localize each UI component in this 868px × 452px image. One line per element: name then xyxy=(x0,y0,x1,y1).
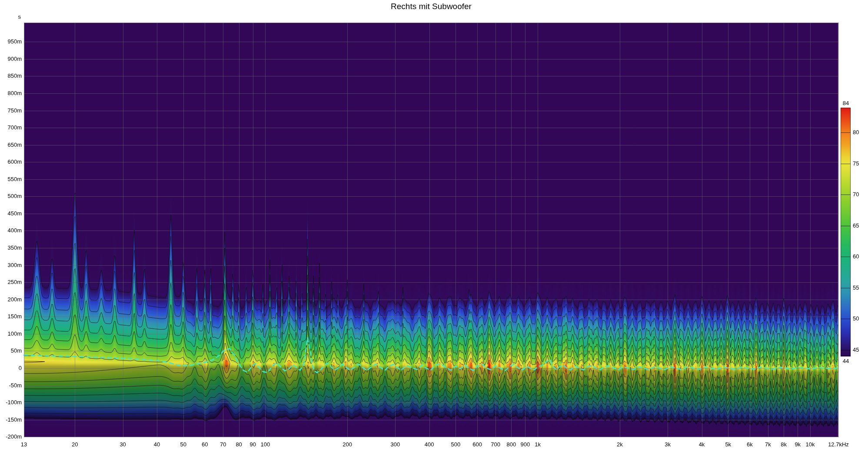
y-tick-label: 500m xyxy=(1,193,22,199)
y-tick-label: -200m xyxy=(1,433,22,440)
colorbar-tick-label: 60 xyxy=(853,253,859,260)
x-tick-label: 13 xyxy=(6,441,42,448)
y-tick-label: 300m xyxy=(1,262,22,268)
y-tick-label: 600m xyxy=(1,158,22,165)
y-tick-label: 650m xyxy=(1,142,22,148)
x-tick-label: 3k xyxy=(649,441,686,448)
wavelet-spectrogram-chart: Rechts mit Subwoofer s 950m900m850m800m7… xyxy=(0,0,868,452)
y-tick-label: 750m xyxy=(1,107,22,114)
y-tick-label: 450m xyxy=(1,210,22,217)
y-axis-unit-label: s xyxy=(1,13,21,20)
x-tick-label: 100 xyxy=(247,441,283,448)
y-tick-label: 950m xyxy=(1,38,22,45)
x-tick-label: 20 xyxy=(57,441,93,448)
spectrogram-canvas xyxy=(0,0,868,452)
colorbar-tick-label: 50 xyxy=(853,315,859,322)
y-tick-label: -100m xyxy=(1,399,22,406)
y-tick-label: 50m xyxy=(1,347,22,354)
x-tick-label: 30 xyxy=(105,441,141,448)
colorbar-tick-label: 75 xyxy=(853,160,859,167)
x-tick-label: 300 xyxy=(377,441,413,448)
colorbar-tick-label: 45 xyxy=(853,346,859,353)
colorbar-tick-label: 70 xyxy=(853,191,859,198)
x-tick-label: 1k xyxy=(519,441,556,448)
y-tick-label: 200m xyxy=(1,296,22,303)
y-tick-label: -150m xyxy=(1,416,22,423)
chart-title: Rechts mit Subwoofer xyxy=(0,2,862,11)
x-tick-label: 12.7kHz xyxy=(820,441,857,448)
colorbar-max-label: 84 xyxy=(838,100,854,106)
y-tick-label: -50m xyxy=(1,382,22,389)
x-tick-label: 2k xyxy=(602,441,638,448)
y-tick-label: 150m xyxy=(1,313,22,320)
x-tick-label: 200 xyxy=(329,441,366,448)
y-tick-label: 900m xyxy=(1,56,22,62)
y-tick-label: 0 xyxy=(1,365,22,371)
y-tick-label: 550m xyxy=(1,176,22,182)
y-tick-label: 350m xyxy=(1,244,22,251)
y-tick-label: 700m xyxy=(1,124,22,131)
y-tick-label: 400m xyxy=(1,227,22,234)
colorbar-tick-label: 80 xyxy=(853,129,859,135)
y-tick-label: 850m xyxy=(1,73,22,79)
y-tick-label: 100m xyxy=(1,330,22,337)
y-tick-label: 250m xyxy=(1,279,22,285)
colorbar-tick-label: 55 xyxy=(853,284,859,291)
colorbar-tick-label: 65 xyxy=(853,222,859,229)
y-tick-label: 800m xyxy=(1,90,22,96)
colorbar-min-label: 44 xyxy=(838,358,854,364)
